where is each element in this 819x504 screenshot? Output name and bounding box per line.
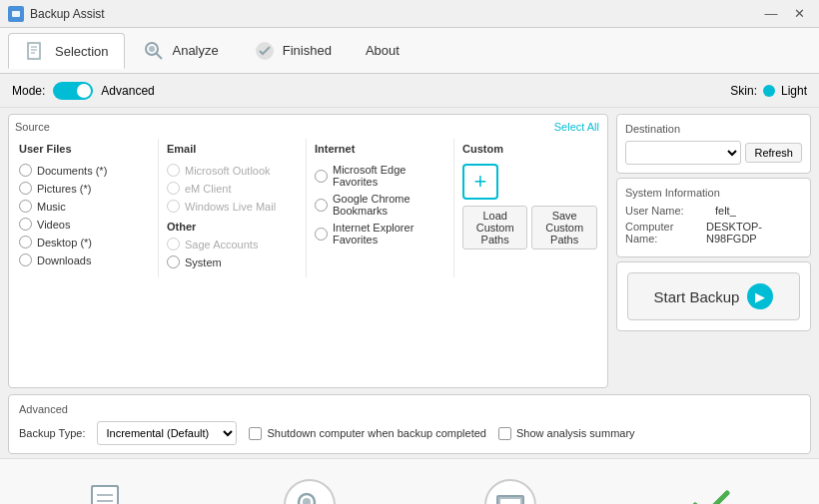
tab-about[interactable]: About [349, 33, 416, 69]
email-col: Email Microsoft Outlook eM Client Window… [158, 139, 306, 277]
custom-header: Custom [462, 143, 597, 158]
load-custom-paths-button[interactable]: Load Custom Paths [462, 206, 527, 250]
edge-label: Microsoft Edge Favorites [333, 164, 449, 188]
radio-documents[interactable] [19, 164, 32, 177]
destination-select-row: Refresh [625, 141, 802, 165]
tabs-bar: Selection Analyze Finished About [0, 28, 819, 74]
nav-item-selection[interactable]: Selection [8, 479, 209, 505]
radio-edge[interactable] [315, 170, 328, 183]
selection-tab-icon [25, 39, 49, 63]
advanced-section: Advanced Backup Type: Incremental (Defau… [8, 394, 811, 454]
internet-col: Internet Microsoft Edge Favorites Google… [306, 139, 453, 277]
user-name-row: User Name: felt_ [625, 205, 802, 217]
computer-name-row: Computer Name: DESKTOP-N98FGDP [625, 221, 802, 245]
toggle-knob [77, 84, 91, 98]
tab-selection-label: Selection [55, 44, 108, 59]
nav-icon-analyze [284, 479, 336, 505]
outlook-label: Microsoft Outlook [185, 165, 271, 177]
destination-dropdown[interactable] [625, 141, 741, 165]
radio-live-mail [167, 200, 180, 213]
source-panel: Source Select All User Files Documents (… [8, 114, 608, 388]
list-item[interactable]: Pictures (*) [19, 182, 154, 195]
tab-analyze[interactable]: Analyze [125, 33, 235, 69]
user-files-header: User Files [19, 143, 154, 158]
source-grid: User Files Documents (*) Pictures (*) Mu… [15, 139, 601, 277]
add-custom-path-button[interactable]: + [462, 164, 498, 200]
system-label: System [185, 256, 222, 268]
app-title: Backup Assist [30, 7, 105, 21]
downloads-label: Downloads [37, 254, 91, 266]
radio-ie[interactable] [315, 228, 328, 241]
list-item[interactable]: Downloads [19, 253, 154, 266]
nav-item-analyze[interactable]: Analyze [209, 479, 410, 505]
shutdown-checkbox[interactable] [249, 427, 262, 440]
refresh-button[interactable]: Refresh [745, 143, 802, 163]
radio-music[interactable] [19, 200, 32, 213]
list-item[interactable]: Microsoft Edge Favorites [315, 164, 449, 188]
analysis-checkbox[interactable] [498, 427, 511, 440]
videos-label: Videos [37, 219, 70, 231]
radio-outlook [167, 164, 180, 177]
start-backup-label: Start Backup [654, 288, 740, 305]
nav-item-finished[interactable]: Finished [610, 479, 811, 505]
list-item[interactable]: Videos [19, 218, 154, 231]
save-custom-paths-button[interactable]: Save Custom Paths [531, 206, 597, 250]
music-label: Music [37, 201, 66, 213]
select-all-link[interactable]: Select All [554, 121, 599, 133]
list-item[interactable]: Documents (*) [19, 164, 154, 177]
destination-title: Destination [625, 123, 802, 135]
destination-panel: Destination Refresh System Information U… [616, 114, 811, 388]
mode-toggle[interactable] [53, 82, 93, 100]
ie-label: Internet Explorer Favorites [333, 222, 449, 246]
bottom-nav: Selection Analyze [0, 458, 819, 504]
list-item[interactable]: Google Chrome Bookmarks [315, 193, 449, 217]
nav-icon-finished [685, 479, 737, 505]
analysis-checkbox-label[interactable]: Show analysis summary [498, 427, 635, 440]
svg-rect-3 [29, 44, 39, 58]
tab-about-label: About [366, 43, 400, 58]
pictures-label: Pictures (*) [37, 183, 91, 195]
radio-pictures[interactable] [19, 182, 32, 195]
email-header: Email [167, 143, 302, 158]
chrome-label: Google Chrome Bookmarks [333, 193, 449, 217]
shutdown-label: Shutdown computer when backup completed [267, 427, 486, 439]
skin-color-dot [763, 85, 775, 97]
list-item[interactable]: Desktop (*) [19, 236, 154, 249]
shutdown-checkbox-label[interactable]: Shutdown computer when backup completed [249, 427, 486, 440]
backup-circle [484, 479, 536, 505]
list-item: Sage Accounts [167, 238, 302, 251]
user-files-col: User Files Documents (*) Pictures (*) Mu… [15, 139, 158, 277]
radio-em-client [167, 182, 180, 195]
radio-system[interactable] [167, 255, 180, 268]
computer-name-value: DESKTOP-N98FGDP [706, 221, 802, 245]
mode-value: Advanced [101, 84, 154, 98]
list-item[interactable]: Internet Explorer Favorites [315, 222, 449, 246]
close-button[interactable]: ✕ [787, 4, 811, 24]
main-content: Source Select All User Files Documents (… [0, 108, 819, 394]
live-mail-label: Windows Live Mail [185, 201, 276, 213]
radio-desktop[interactable] [19, 236, 32, 249]
title-bar: Backup Assist — ✕ [0, 0, 819, 28]
svg-point-19 [303, 498, 311, 505]
start-backup-button[interactable]: Start Backup ▶ [627, 272, 800, 320]
start-backup-container: Start Backup ▶ [616, 261, 811, 331]
title-bar-controls: — ✕ [759, 4, 811, 24]
list-item[interactable]: System [167, 255, 302, 268]
radio-downloads[interactable] [19, 253, 32, 266]
tab-selection[interactable]: Selection [8, 33, 125, 69]
analyze-circle [284, 479, 336, 505]
minimize-button[interactable]: — [759, 4, 783, 24]
radio-chrome[interactable] [315, 199, 328, 212]
radio-videos[interactable] [19, 218, 32, 231]
system-info-box: System Information User Name: felt_ Comp… [616, 178, 811, 257]
backup-type-select[interactable]: Incremental (Default) [97, 421, 237, 445]
mode-right: Skin: Light [730, 84, 807, 98]
finished-tab-icon [253, 39, 277, 63]
nav-item-backup[interactable]: Backup [410, 479, 610, 505]
mode-bar: Mode: Advanced Skin: Light [0, 74, 819, 108]
svg-rect-22 [500, 499, 520, 505]
advanced-controls: Backup Type: Incremental (Default) Shutd… [19, 421, 800, 445]
tab-finished[interactable]: Finished [236, 33, 349, 69]
list-item[interactable]: Music [19, 200, 154, 213]
tab-finished-label: Finished [283, 43, 332, 58]
